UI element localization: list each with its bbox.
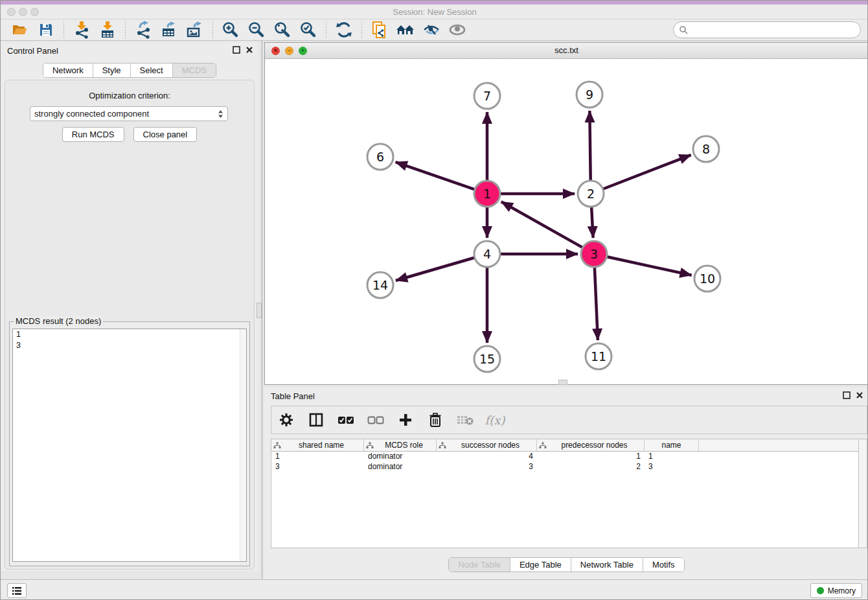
column-header-shared-name[interactable]: shared name [271, 439, 364, 451]
toolbar-separator [63, 21, 64, 38]
graph-node-label: 6 [376, 150, 384, 164]
criterion-value: strongly connected component [34, 109, 149, 119]
network-window-titlebar[interactable]: ✕ − + scc.txt [265, 43, 868, 59]
clone-network-icon[interactable] [370, 21, 389, 39]
network-canvas[interactable]: 7968123414101511 [265, 59, 868, 384]
table-scrollbar[interactable] [858, 439, 867, 548]
tab-edge-table[interactable]: Edge Table [510, 558, 571, 571]
network-table-divider-handle[interactable] [558, 380, 567, 385]
cell-successor-nodes[interactable]: 4 [437, 452, 537, 462]
main-toolbar [1, 19, 868, 41]
graph-edge-3-1[interactable] [501, 202, 584, 248]
float-panel-icon[interactable] [233, 46, 240, 54]
graph-edge-2-8[interactable] [602, 155, 691, 189]
cell-mcds-role[interactable]: dominator [364, 452, 437, 462]
tab-motifs[interactable]: Motifs [643, 558, 684, 571]
column-header-mcds-role[interactable]: MCDS role [364, 439, 437, 451]
graph-edge-3-11[interactable] [595, 266, 598, 340]
table-toolbar: f(x) [271, 406, 867, 434]
criterion-dropdown[interactable]: strongly connected component [30, 106, 228, 121]
float-table-panel-icon[interactable] [843, 391, 851, 399]
graph-edge-1-6[interactable] [396, 162, 476, 190]
show-all-icon[interactable] [448, 21, 467, 39]
deselect-all-checkboxes-icon[interactable] [367, 411, 384, 428]
cell-name[interactable]: 1 [645, 452, 699, 462]
tab-network-table[interactable]: Network Table [571, 558, 643, 571]
column-header-predecessor-nodes[interactable]: predecessor nodes [537, 439, 645, 451]
zoom-fit-icon[interactable] [273, 21, 292, 39]
tab-select[interactable]: Select [131, 63, 173, 77]
graph-edge-2-9[interactable] [589, 111, 590, 182]
mcds-result-text[interactable]: 1 3 [12, 329, 247, 562]
memory-label: Memory [828, 586, 856, 595]
export-image-icon[interactable] [185, 21, 205, 39]
column-header-successor-nodes[interactable]: successor nodes [437, 439, 537, 451]
import-table-icon[interactable] [98, 21, 117, 39]
import-network-icon[interactable] [72, 21, 91, 39]
optimization-criterion-label: Optimization criterion: [5, 91, 254, 100]
split-view-icon[interactable] [308, 411, 325, 428]
graph-node-label: 8 [702, 142, 710, 156]
control-panel-title: Control Panel [7, 46, 58, 56]
table-row[interactable]: 1 dominator 4 1 1 [271, 452, 858, 462]
graph-node-label: 11 [591, 349, 606, 363]
mcds-result-group: MCDS result (2 nodes) 1 3 [9, 321, 250, 566]
hide-selected-icon[interactable] [422, 21, 441, 39]
toolbar-separator [125, 21, 126, 38]
tab-style[interactable]: Style [93, 63, 131, 77]
export-network-icon[interactable] [133, 21, 153, 39]
graph-node-label: 7 [483, 89, 491, 103]
network-graph[interactable]: 7968123414101511 [265, 59, 868, 384]
zoom-selected-icon[interactable] [299, 21, 318, 39]
table-tabs: Node Table Edge Table Network Table Moti… [264, 557, 868, 572]
cell-shared-name[interactable]: 3 [271, 462, 364, 472]
graph-node-label: 10 [700, 271, 715, 286]
tab-node-table[interactable]: Node Table [449, 558, 510, 571]
mcds-result-line: 1 [13, 329, 246, 340]
cell-predecessor-nodes[interactable]: 1 [537, 452, 645, 462]
save-session-icon[interactable] [36, 21, 56, 39]
graph-edge-3-10[interactable] [606, 257, 692, 275]
table-row[interactable]: 3 dominator 3 2 3 [271, 462, 858, 472]
zoom-out-icon[interactable] [247, 21, 266, 39]
cell-mcds-role[interactable]: dominator [364, 462, 437, 472]
cell-name[interactable]: 3 [645, 462, 699, 472]
close-table-panel-icon[interactable] [856, 391, 863, 399]
graph-edge-4-14[interactable] [396, 257, 476, 281]
memory-button[interactable]: Memory [810, 583, 862, 598]
mcds-panel: Optimization criterion: strongly connect… [5, 80, 255, 570]
table-header-row: shared name MCDS role successor nodes pr… [271, 439, 858, 452]
run-mcds-button[interactable]: Run MCDS [62, 127, 124, 142]
delete-table-icon[interactable] [457, 411, 474, 428]
table-panel: Table Panel [264, 387, 868, 579]
search-field[interactable] [673, 21, 861, 38]
hierarchy-icon [539, 442, 547, 449]
tab-mcds[interactable]: MCDS [173, 63, 216, 77]
first-neighbors-icon[interactable] [396, 21, 415, 39]
memory-status-icon [817, 587, 824, 594]
add-column-icon[interactable] [397, 411, 414, 428]
cell-successor-nodes[interactable]: 3 [437, 462, 537, 472]
column-header-name[interactable]: name [645, 439, 699, 451]
cell-shared-name[interactable]: 1 [271, 452, 364, 462]
close-panel-button[interactable]: Close panel [133, 127, 198, 142]
graph-node-label: 1 [483, 187, 491, 201]
node-table[interactable]: shared name MCDS role successor nodes pr… [271, 439, 858, 548]
open-session-icon[interactable] [10, 21, 30, 39]
refresh-icon[interactable] [334, 21, 354, 39]
table-settings-gear-icon[interactable] [278, 411, 295, 428]
panel-divider-handle[interactable] [257, 303, 262, 318]
zoom-in-icon[interactable] [221, 21, 240, 39]
graph-edge-2-3[interactable] [591, 205, 593, 238]
select-all-checkboxes-icon[interactable] [337, 411, 354, 428]
table-panel-header: Table Panel [264, 387, 868, 406]
mcds-result-scrollbar[interactable] [240, 329, 246, 561]
export-table-icon[interactable] [159, 21, 179, 39]
task-history-button[interactable] [7, 583, 27, 598]
delete-column-trash-icon[interactable] [427, 411, 444, 428]
tab-network[interactable]: Network [43, 63, 93, 77]
control-panel: Control Panel Network Style Select MCDS … [1, 42, 258, 571]
search-input[interactable] [691, 25, 860, 35]
cell-predecessor-nodes[interactable]: 2 [537, 462, 645, 472]
close-panel-icon[interactable] [246, 46, 253, 54]
